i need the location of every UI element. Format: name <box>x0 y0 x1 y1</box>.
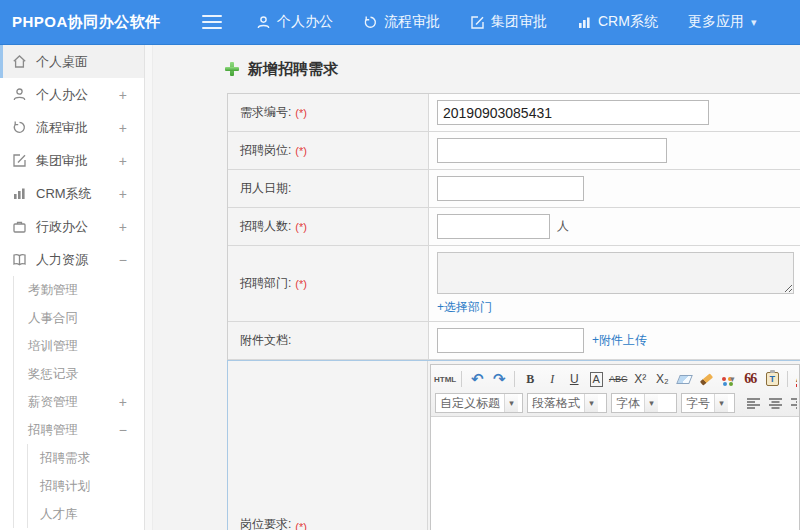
font-border-button[interactable]: A <box>586 369 606 389</box>
editor-content-area[interactable] <box>431 417 799 530</box>
topnav-more-apps[interactable]: 更多应用 ▾ <box>688 13 757 31</box>
date-input[interactable] <box>437 176 584 201</box>
form-row-headcount: 招聘人数: (*) 人 <box>228 208 800 246</box>
font-size-dropdown[interactable]: 字号 ▾ <box>681 393 735 413</box>
attachment-input[interactable] <box>437 328 584 353</box>
sidebar-item-hr-contract[interactable]: 人事合同 <box>14 304 144 332</box>
field-label: 需求编号: <box>240 104 291 121</box>
subscript-button[interactable]: X₂ <box>652 369 672 389</box>
expand-icon[interactable]: + <box>119 120 127 136</box>
font-color-dropdown[interactable]: A▾ <box>793 369 797 389</box>
redo-icon[interactable]: ↷ <box>489 369 509 389</box>
top-navigation: 个人办公 流程审批 集团审批 CRM系统 更多应用 ▾ <box>256 13 786 31</box>
topnav-personal-office[interactable]: 个人办公 <box>256 13 333 31</box>
alignment-buttons <box>743 393 797 413</box>
collapse-icon[interactable]: − <box>119 252 127 268</box>
menu-toggle-icon[interactable] <box>202 15 222 29</box>
edit-icon <box>470 15 485 30</box>
sidebar-item-label: 集团审批 <box>36 152 88 170</box>
sidebar-item-recruit-mgmt[interactable]: 招聘管理 − <box>14 416 144 444</box>
topnav-group-approval[interactable]: 集团审批 <box>470 13 547 31</box>
sidebar-item-rewards[interactable]: 奖惩记录 <box>14 360 144 388</box>
italic-button[interactable]: I <box>542 369 562 389</box>
autotypeset-icon <box>722 377 726 381</box>
bold-button[interactable]: B <box>520 369 540 389</box>
chart-icon <box>12 186 27 201</box>
choose-department-link[interactable]: +选择部门 <box>437 299 492 316</box>
sidebar-item-label: 奖惩记录 <box>28 366 78 383</box>
headcount-input[interactable] <box>437 214 550 239</box>
sidebar-item-personal-office[interactable]: 个人办公 + <box>0 78 144 111</box>
blockquote-button[interactable]: 66 <box>740 369 760 389</box>
sidebar-item-process-approval[interactable]: 流程审批 + <box>0 111 144 144</box>
sidebar-item-label: CRM系统 <box>36 185 92 203</box>
source-code-button[interactable]: HTML <box>434 369 456 389</box>
sidebar-item-group-approval[interactable]: 集团审批 + <box>0 144 144 177</box>
underline-button[interactable]: U <box>564 369 584 389</box>
field-label: 招聘人数: <box>240 218 291 235</box>
headcount-unit: 人 <box>557 218 569 235</box>
align-left-icon[interactable] <box>744 393 764 413</box>
sidebar-item-desktop[interactable]: 个人桌面 <box>0 45 144 78</box>
topnav-label: 流程审批 <box>384 13 440 31</box>
chevron-down-icon: ▾ <box>751 16 757 29</box>
paste-text-icon[interactable]: T <box>762 369 782 389</box>
form-row-department: 招聘部门: (*) +选择部门 <box>228 246 800 322</box>
paragraph-format-dropdown[interactable]: 段落格式 ▾ <box>527 393 607 413</box>
eraser-icon[interactable] <box>674 369 694 389</box>
chevron-down-icon: ▾ <box>644 394 658 412</box>
chevron-down-icon: ▾ <box>584 394 598 412</box>
topnav-crm-system[interactable]: CRM系统 <box>577 13 658 31</box>
format-painter-icon[interactable] <box>696 369 716 389</box>
expand-icon[interactable]: + <box>119 219 127 235</box>
sidebar-item-recruit-demand[interactable]: 招聘需求 <box>28 444 144 472</box>
topnav-label: 个人办公 <box>277 13 333 31</box>
demand-no-input[interactable] <box>437 100 709 125</box>
topnav-label: 集团审批 <box>491 13 547 31</box>
form-row-attachment: 附件文档: +附件上传 <box>228 322 800 360</box>
custom-title-dropdown[interactable]: 自定义标题 ▾ <box>435 393 523 413</box>
superscript-button[interactable]: X² <box>630 369 650 389</box>
form-row-demand-no: 需求编号: (*) <box>228 94 800 132</box>
sidebar-item-human-resources[interactable]: 人力资源 − <box>0 243 144 276</box>
process-icon <box>363 15 378 30</box>
department-textarea[interactable] <box>437 252 794 294</box>
undo-icon[interactable]: ↶ <box>467 369 487 389</box>
autotypeset-dropdown[interactable]: ▾ <box>718 369 738 389</box>
sidebar-item-label: 人事合同 <box>28 310 78 327</box>
expand-icon[interactable]: + <box>119 394 127 410</box>
sidebar-item-crm-system[interactable]: CRM系统 + <box>0 177 144 210</box>
font-family-dropdown[interactable]: 字体 ▾ <box>611 393 677 413</box>
chevron-down-icon: ▾ <box>730 374 735 384</box>
sidebar-item-training[interactable]: 培训管理 <box>14 332 144 360</box>
expand-icon[interactable]: + <box>119 186 127 202</box>
user-icon <box>256 15 271 30</box>
form-row-requirement: 岗位要求: (*) HTML ↶ ↷ B <box>227 360 800 530</box>
sidebar-item-label: 个人办公 <box>36 86 88 104</box>
chevron-down-icon: ▾ <box>714 394 728 412</box>
add-icon <box>225 62 239 76</box>
sidebar-item-salary[interactable]: 薪资管理 + <box>14 388 144 416</box>
strikethrough-button[interactable]: ABC <box>608 369 628 389</box>
editor-toolbar-row1: HTML ↶ ↷ B I U A ABC X² <box>433 367 797 391</box>
sidebar-item-attendance[interactable]: 考勤管理 <box>14 276 144 304</box>
sidebar-item-recruit-plan[interactable]: 招聘计划 <box>28 472 144 500</box>
align-center-icon[interactable] <box>766 393 786 413</box>
sidebar-item-label: 流程审批 <box>36 119 88 137</box>
position-input[interactable] <box>437 138 667 163</box>
align-right-icon[interactable] <box>788 393 797 413</box>
sidebar-item-admin-office[interactable]: 行政办公 + <box>0 210 144 243</box>
field-label: 招聘部门: <box>240 275 291 292</box>
expand-icon[interactable]: + <box>119 153 127 169</box>
sidebar-item-label: 行政办公 <box>36 218 88 236</box>
expand-icon[interactable]: + <box>119 87 127 103</box>
collapse-icon[interactable]: − <box>119 422 127 438</box>
sidebar-item-talent-pool[interactable]: 人才库 <box>28 500 144 528</box>
field-label: 附件文档: <box>240 332 291 349</box>
topnav-process-approval[interactable]: 流程审批 <box>363 13 440 31</box>
attachment-upload-link[interactable]: +附件上传 <box>592 332 647 349</box>
app-logo: PHPOA协同办公软件 <box>0 13 190 32</box>
sidebar-item-label: 人才库 <box>40 506 78 523</box>
required-mark: (*) <box>295 521 307 530</box>
sidebar-item-label: 培训管理 <box>28 338 78 355</box>
